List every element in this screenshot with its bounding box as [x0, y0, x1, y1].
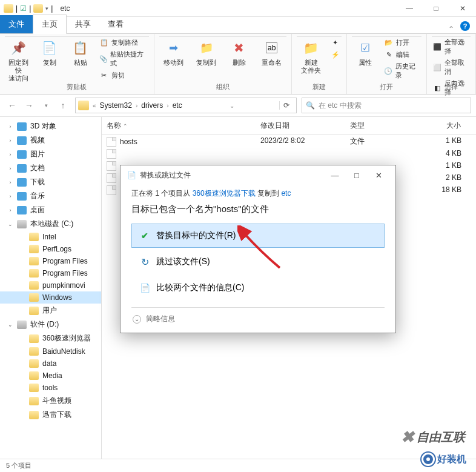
search-input[interactable]: 🔍 在 etc 中搜索 [302, 98, 471, 113]
blue-icon [17, 136, 27, 145]
help-button[interactable]: ? [458, 19, 472, 33]
expand-icon[interactable]: › [7, 151, 13, 158]
expand-icon[interactable]: › [7, 193, 13, 199]
copy-path-button[interactable]: 📋复制路径 [98, 37, 149, 48]
tree-item[interactable]: ›视频 [0, 133, 101, 147]
paste-shortcut-button[interactable]: 📎粘贴快捷方式 [98, 49, 149, 68]
column-name[interactable]: 名称⌃ [102, 117, 256, 135]
tree-item[interactable]: pumpkinmovi [0, 279, 101, 291]
expand-icon[interactable]: › [7, 179, 13, 185]
tree-item[interactable]: ›下载 [0, 175, 101, 189]
file-row[interactable]: 4 KB [102, 148, 476, 160]
tab-file[interactable]: 文件 [0, 15, 33, 33]
dialog-footer[interactable]: ⌄ 简略信息 [131, 307, 385, 327]
history-button[interactable]: 🕓历史记录 [383, 61, 421, 81]
select-all-button[interactable]: ⬛全部选择 [432, 37, 471, 56]
tab-share[interactable]: 共享 [67, 15, 99, 33]
move-to-button[interactable]: 移动到 [159, 37, 188, 68]
back-button[interactable]: ← [5, 98, 19, 113]
paste-button[interactable]: 粘贴 [67, 37, 94, 68]
tree-item[interactable]: ⌄软件 (D:) [0, 317, 101, 331]
tree-item[interactable]: Intel [0, 231, 101, 243]
column-headers[interactable]: 名称⌃ 修改日期 类型 大小 [102, 117, 476, 135]
expand-icon[interactable]: ⌄ [133, 315, 141, 324]
breadcrumb-segment[interactable]: System32 [98, 101, 134, 110]
source-link[interactable]: 360极速浏览器下载 [193, 189, 256, 198]
qat-dropdown-icon[interactable]: ▾ [45, 5, 48, 12]
copy-to-button[interactable]: 复制到 [192, 37, 221, 68]
tree-item[interactable]: ›图片 [0, 147, 101, 161]
qat-sep: | [29, 4, 31, 13]
tree-item[interactable]: Media [0, 370, 101, 382]
nav-tree[interactable]: ›3D 对象›视频›图片›文档›下载›音乐›桌面⌄本地磁盘 (C:)IntelP… [0, 117, 102, 459]
chevron-right-icon[interactable]: › [136, 102, 137, 109]
file-row[interactable]: hosts2023/2/2 8:02文件1 KB [102, 135, 476, 148]
new-folder-button[interactable]: 新建 文件夹 [297, 37, 326, 76]
tree-item[interactable]: ›音乐 [0, 189, 101, 203]
refresh-button[interactable]: ⟳ [279, 101, 294, 110]
breadcrumb-segment[interactable]: drivers [139, 101, 165, 110]
tab-home[interactable]: 主页 [33, 15, 67, 34]
expand-icon[interactable]: › [7, 165, 13, 171]
minimize-button[interactable]: — [396, 0, 423, 17]
address-bar[interactable]: « System32 › drivers › etc ⌄ ⟳ [75, 98, 297, 113]
dialog-minimize-button[interactable]: — [324, 171, 346, 180]
compare-option[interactable]: 比较两个文件的信息(C) [131, 276, 385, 300]
blue-icon [17, 164, 27, 173]
pin-quick-access-button[interactable]: 固定到快 速访问 [5, 37, 32, 84]
tree-item[interactable]: tools [0, 382, 101, 394]
tree-item[interactable]: Windows [0, 291, 101, 304]
ribbon-collapse-icon[interactable]: ⌃ [448, 25, 454, 33]
select-none-button[interactable]: ⬜全部取消 [432, 58, 471, 77]
expand-icon[interactable]: › [7, 138, 13, 144]
tree-item[interactable]: Program Files [0, 267, 101, 279]
tree-item[interactable]: 迅雷下载 [0, 408, 101, 422]
close-button[interactable]: ✕ [449, 0, 476, 17]
copy-button[interactable]: 复制 [36, 37, 63, 68]
expand-icon[interactable]: ⌄ [7, 221, 13, 227]
maximize-button[interactable]: □ [423, 0, 449, 17]
expand-icon[interactable]: ⌄ [7, 322, 13, 328]
dest-link[interactable]: etc [281, 189, 291, 198]
column-type[interactable]: 类型 [345, 117, 412, 135]
up-button[interactable]: ↑ [56, 98, 70, 113]
tree-item[interactable]: ›桌面 [0, 203, 101, 217]
dialog-close-button[interactable]: ✕ [368, 171, 389, 180]
column-date[interactable]: 修改日期 [256, 117, 345, 135]
tree-item[interactable]: 360极速浏览器 [0, 331, 101, 345]
easy-access-button[interactable]: ⚡ [329, 49, 342, 60]
dialog-maximize-button[interactable]: □ [346, 171, 368, 180]
tree-item[interactable]: data [0, 357, 101, 370]
window-title: etc [56, 4, 396, 13]
chevron-right-icon[interactable]: › [167, 102, 168, 109]
open-button[interactable]: 📂打开 [383, 37, 421, 48]
tree-item[interactable]: ›3D 对象 [0, 119, 101, 133]
tree-item[interactable]: 斗鱼视频 [0, 394, 101, 408]
column-size[interactable]: 大小 [412, 117, 476, 135]
tab-view[interactable]: 查看 [99, 15, 132, 33]
expand-icon[interactable]: › [7, 207, 13, 213]
tree-item[interactable]: BaiduNetdisk [0, 345, 101, 357]
edit-button[interactable]: ✎编辑 [383, 49, 421, 60]
skip-option[interactable]: 跳过该文件(S) [131, 250, 385, 274]
file-icon [107, 137, 116, 147]
expand-icon[interactable]: › [7, 124, 13, 130]
replace-option[interactable]: 替换目标中的文件(R) [131, 224, 385, 248]
folder-icon [29, 269, 39, 278]
properties-button[interactable]: 属性 [352, 37, 379, 68]
rename-button[interactable]: 重命名 [257, 37, 286, 68]
tree-item[interactable]: PerfLogs [0, 243, 101, 255]
folder-icon [29, 359, 39, 368]
chevron-right-icon[interactable]: « [93, 102, 96, 109]
chevron-down-icon[interactable]: ⌄ [230, 102, 234, 109]
tree-item[interactable]: ›文档 [0, 161, 101, 175]
delete-button[interactable]: 删除 [225, 37, 254, 68]
cut-button[interactable]: ✂剪切 [98, 70, 149, 81]
tree-item[interactable]: 用户 [0, 304, 101, 317]
breadcrumb-segment[interactable]: etc [170, 101, 185, 110]
forward-button[interactable]: → [22, 98, 36, 113]
tree-item[interactable]: ⌄本地磁盘 (C:) [0, 217, 101, 231]
new-item-button[interactable]: ✦ [329, 37, 342, 48]
tree-item[interactable]: Program Files [0, 255, 101, 267]
recent-dropdown[interactable]: ▾ [39, 98, 53, 113]
